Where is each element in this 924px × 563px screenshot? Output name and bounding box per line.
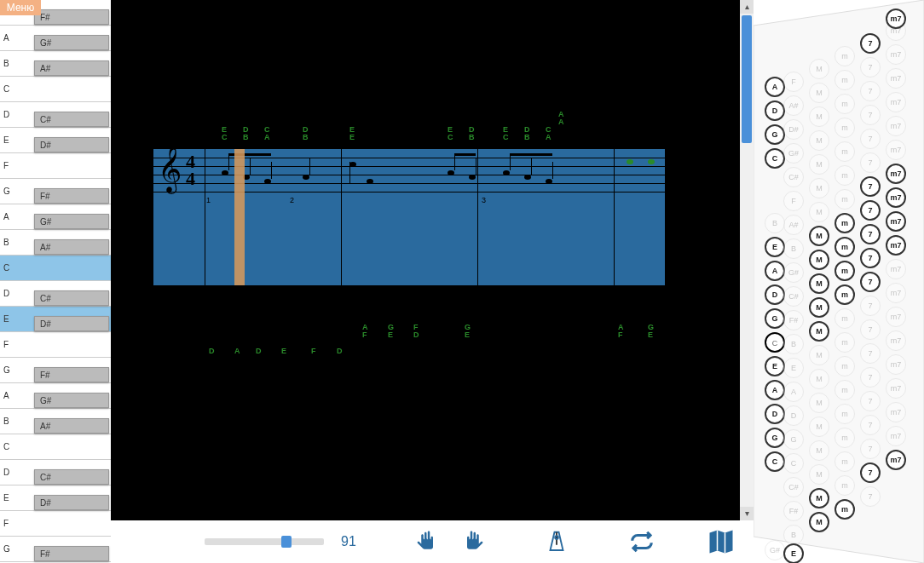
accordion-chord-button[interactable]: C [765,451,785,472]
left-hand-icon[interactable] [416,529,442,554]
vertical-scrollbar[interactable]: ▴ ▾ [740,0,754,520]
accordion-chord-button[interactable]: B [765,213,785,233]
piano-black-key[interactable]: A# [34,418,109,434]
accordion-chord-button[interactable]: E [765,237,785,257]
accordion-chord-button[interactable]: M [809,464,829,485]
accordion-chord-button[interactable]: m [834,94,855,114]
piano-black-key[interactable]: D# [34,495,109,510]
accordion-chord-button[interactable]: C# [783,286,804,307]
piano-black-key[interactable]: F# [34,546,109,561]
accordion-chord-button[interactable]: m [834,356,855,376]
accordion-chord-button[interactable]: 7 [860,343,881,364]
accordion-chord-button[interactable]: 7 [860,272,881,292]
accordion-chord-button[interactable]: 7 [860,462,881,483]
accordion-chord-button[interactable]: M [809,297,829,318]
piano-black-key[interactable]: F# [34,367,109,382]
accordion-chord-button[interactable]: m7 [886,378,906,399]
accordion-chord-button[interactable]: m [834,189,855,210]
accordion-chord-button[interactable]: m [834,451,855,472]
accordion-chord-button[interactable]: B [783,334,804,354]
accordion-chord-button[interactable]: B [783,525,804,545]
accordion-chord-button[interactable]: 7 [860,200,881,221]
accordion-chord-button[interactable]: G [765,308,785,329]
accordion-chord-button[interactable]: m [834,404,855,424]
accordion-chord-button[interactable]: m [834,499,855,520]
piano-black-key[interactable]: G# [34,35,109,50]
accordion-bass-button[interactable]: C [765,148,785,169]
accordion-chord-button[interactable]: m [834,308,855,329]
scroll-down-arrow-icon[interactable]: ▾ [740,507,754,520]
accordion-chord-button[interactable]: m7 [886,235,906,256]
tempo-slider-thumb[interactable] [281,536,292,548]
accordion-chord-button[interactable]: M [809,345,829,365]
piano-white-key[interactable]: F [0,332,111,358]
accordion-chord-button[interactable]: E [765,356,785,376]
accordion-chord-button[interactable]: m [834,237,855,257]
accordion-chord-button[interactable]: m [834,165,855,186]
accordion-chord-button[interactable]: A [765,380,785,400]
accordion-chord-button[interactable]: 7 [860,391,881,411]
accordion-chord-button[interactable]: 7 [860,415,881,435]
piano-white-key[interactable]: C [0,77,111,102]
accordion-chord-button[interactable]: m7 [886,402,906,422]
accordion-chord-button[interactable]: m7 [886,44,906,65]
accordion-chord-button[interactable]: m [834,475,855,496]
accordion-chord-button[interactable]: m7 [886,116,906,136]
accordion-chord-button[interactable]: A# [783,215,804,235]
accordion-chord-button[interactable]: D# [783,119,804,140]
accordion-chord-button[interactable]: A [765,261,785,281]
scrollbar-thumb[interactable] [742,15,752,143]
accordion-chord-button[interactable]: M [809,59,829,79]
accordion-chord-button[interactable]: m7 [886,164,906,184]
accordion-chord-button[interactable]: F [783,191,804,211]
piano-black-key[interactable]: G# [34,393,109,408]
accordion-chord-button[interactable]: C [765,332,785,353]
accordion-chord-button[interactable]: G# [783,262,804,283]
accordion-chord-button[interactable]: M [809,512,829,532]
accordion-chord-button[interactable]: m [834,70,855,90]
accordion-chord-button[interactable]: m7 [886,330,906,351]
accordion-chord-button[interactable]: m [834,118,855,138]
accordion-chord-button[interactable]: 7 [860,319,881,340]
piano-black-key[interactable]: C# [34,469,109,485]
accordion-chord-button[interactable]: m7 [886,450,906,470]
accordion-chord-button[interactable]: m7 [886,140,906,160]
accordion-chord-button[interactable]: M [809,417,829,437]
accordion-chord-button[interactable]: 7 [860,248,881,268]
accordion-chord-button[interactable]: m7 [886,92,906,112]
accordion-chord-button[interactable]: A# [783,95,804,116]
accordion-chord-button[interactable]: 7 [860,57,881,78]
accordion-chord-button[interactable]: 7 [860,81,881,101]
piano-black-key[interactable]: A# [34,60,109,76]
accordion-chord-button[interactable]: m [834,380,855,400]
accordion-chord-button[interactable]: B [783,238,804,259]
accordion-chord-button[interactable]: D [765,284,785,305]
loop-icon[interactable] [629,529,655,554]
accordion-chord-button[interactable]: m7 [886,283,906,303]
accordion-chord-button[interactable]: m [834,141,855,162]
accordion-chord-button[interactable]: 7 [860,296,881,316]
accordion-chord-button[interactable]: m [834,261,855,281]
accordion-bass-button[interactable]: A [765,77,785,97]
accordion-chord-button[interactable]: F# [783,501,804,521]
piano-white-key[interactable]: F [0,511,111,537]
accordion-chord-button[interactable]: M [809,202,829,222]
menu-button[interactable]: Меню [0,0,41,15]
accordion-chord-button[interactable]: 7 [860,33,881,54]
accordion-chord-button[interactable]: M [809,440,829,461]
accordion-chord-button[interactable]: M [809,226,829,246]
piano-black-key[interactable]: F# [34,188,109,204]
accordion-chord-button[interactable]: E [783,543,804,563]
piano-black-key[interactable]: D# [34,137,109,152]
accordion-chord-button[interactable]: D [783,405,804,426]
right-hand-icon[interactable] [459,529,484,554]
accordion-chord-button[interactable]: m7 [886,68,906,89]
accordion-chord-button[interactable]: G [765,428,785,448]
piano-white-key[interactable]: C [0,434,111,460]
map-icon[interactable] [706,526,736,557]
accordion-chord-button[interactable]: 7 [860,224,881,244]
scroll-up-arrow-icon[interactable]: ▴ [740,0,754,14]
playback-cursor[interactable] [234,149,245,285]
accordion-chord-button[interactable]: m [834,213,855,233]
accordion-chord-button[interactable]: 7 [860,176,881,197]
